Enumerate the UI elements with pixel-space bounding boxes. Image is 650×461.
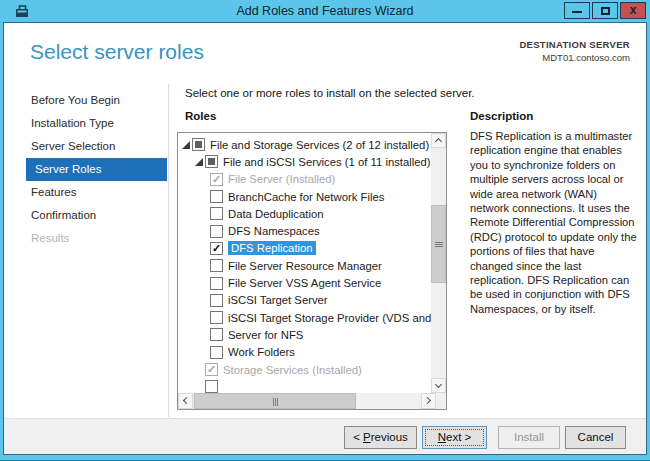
- tree-item-label: File Server Resource Manager: [228, 260, 382, 272]
- next-button-text: ext >: [446, 431, 471, 443]
- description-text: DFS Replication is a multimaster replica…: [470, 129, 638, 316]
- wizard-window: Add Roles and Features Wizard x Select s…: [0, 0, 650, 461]
- checkbox-indeterminate-icon[interactable]: [192, 138, 205, 151]
- next-accesskey: N: [438, 431, 446, 443]
- tree-item-data-deduplication[interactable]: Data Deduplication: [178, 205, 431, 222]
- tree-item-label: iSCSI Target Storage Provider (VDS and V…: [228, 312, 431, 324]
- previous-accesskey: P: [363, 431, 371, 443]
- roles-tree: File and Storage Services (2 of 12 insta…: [178, 133, 431, 393]
- chevron-down-icon: [435, 381, 442, 388]
- tree-item-label: Data Deduplication: [228, 208, 323, 220]
- tree-item-label: Work Folders: [228, 346, 295, 358]
- checkbox-unchecked-icon[interactable]: [210, 346, 223, 359]
- install-button-text: Install: [514, 431, 544, 443]
- previous-button[interactable]: < Previous: [344, 426, 417, 449]
- window-controls: x: [564, 2, 646, 19]
- tree-item-work-folders[interactable]: Work Folders: [178, 344, 431, 361]
- nav-item-features[interactable]: Features: [4, 181, 172, 204]
- checkbox-checked-icon[interactable]: [210, 173, 223, 186]
- expand-arrow-icon[interactable]: [182, 141, 190, 149]
- tree-item-label: DFS Replication: [228, 241, 316, 255]
- wizard-steps-nav: Before You Begin Installation Type Serve…: [4, 89, 172, 250]
- nav-item-results: Results: [4, 227, 172, 250]
- chevron-right-icon: [424, 397, 431, 404]
- tree-item-label: iSCSI Target Server: [228, 294, 328, 306]
- scroll-left-button[interactable]: [178, 393, 193, 409]
- tree-item-file-server[interactable]: File Server (Installed): [178, 171, 431, 188]
- tree-item-dfs-namespaces[interactable]: DFS Namespaces: [178, 222, 431, 239]
- checkbox-unchecked-icon[interactable]: [210, 259, 223, 272]
- next-button[interactable]: Next >: [422, 426, 487, 449]
- scroll-thumb-grip: [435, 242, 443, 243]
- close-icon: x: [621, 3, 645, 18]
- tree-item-dfs-replication[interactable]: DFS Replication: [178, 240, 431, 257]
- nav-item-server-selection[interactable]: Server Selection: [4, 135, 172, 158]
- nav-item-server-roles[interactable]: Server Roles: [26, 158, 167, 181]
- maximize-icon: [601, 7, 610, 15]
- page-title: Select server roles: [30, 40, 204, 64]
- vertical-scroll-thumb[interactable]: [431, 205, 446, 283]
- checkbox-unchecked-icon: [205, 380, 218, 393]
- tree-item-branchcache[interactable]: BranchCache for Network Files: [178, 188, 431, 205]
- checkbox-unchecked-icon[interactable]: [210, 328, 223, 341]
- checkbox-unchecked-icon[interactable]: [210, 294, 223, 307]
- tree-item-file-and-iscsi-services[interactable]: File and iSCSI Services (1 of 11 install…: [178, 153, 431, 170]
- vertical-scrollbar[interactable]: [431, 133, 446, 393]
- tree-item-label: Storage Services (Installed): [223, 364, 362, 376]
- tree-item-server-for-nfs[interactable]: Server for NFS: [178, 326, 431, 343]
- minimize-button[interactable]: [564, 2, 590, 19]
- tree-item-label: File Server (Installed): [228, 173, 335, 185]
- tree-item-label: File Server VSS Agent Service: [228, 277, 381, 289]
- tree-item-file-server-resource-manager[interactable]: File Server Resource Manager: [178, 257, 431, 274]
- close-button[interactable]: x: [620, 2, 646, 19]
- horizontal-scrollbar[interactable]: [178, 393, 436, 409]
- tree-item-iscsi-target-server[interactable]: iSCSI Target Server: [178, 292, 431, 309]
- window-title: Add Roles and Features Wizard: [0, 0, 650, 22]
- instruction-text: Select one or more roles to install on t…: [185, 87, 475, 99]
- scroll-right-button[interactable]: [421, 393, 436, 409]
- nav-item-confirmation[interactable]: Confirmation: [4, 204, 172, 227]
- tree-item-label: Server for NFS: [228, 329, 303, 341]
- wizard-body: Select server roles DESTINATION SERVER M…: [3, 22, 647, 455]
- chevron-left-icon: [183, 397, 190, 404]
- checkbox-checked-icon[interactable]: [205, 363, 218, 376]
- tree-item-label: File and Storage Services (2 of 12 insta…: [210, 139, 429, 151]
- destination-server-label: DESTINATION SERVER: [519, 39, 630, 50]
- description-heading: Description: [470, 110, 533, 122]
- title-bar[interactable]: Add Roles and Features Wizard x: [0, 0, 650, 22]
- checkbox-unchecked-icon[interactable]: [210, 277, 223, 290]
- chevron-up-icon: [435, 138, 442, 145]
- scroll-up-button[interactable]: [431, 133, 446, 148]
- checkbox-unchecked-icon[interactable]: [210, 190, 223, 203]
- tree-item-file-and-storage-services[interactable]: File and Storage Services (2 of 12 insta…: [178, 136, 431, 153]
- nav-item-before-you-begin[interactable]: Before You Begin: [4, 89, 172, 112]
- destination-server-block: DESTINATION SERVER MDT01.contoso.com: [519, 39, 630, 63]
- tree-item-file-server-vss-agent[interactable]: File Server VSS Agent Service: [178, 274, 431, 291]
- cancel-button-text: Cancel: [578, 431, 614, 443]
- horizontal-scroll-thumb[interactable]: [194, 393, 356, 409]
- checkbox-checked-icon[interactable]: [210, 242, 223, 255]
- tree-item-label: BranchCache for Network Files: [228, 191, 384, 203]
- maximize-button[interactable]: [592, 2, 618, 19]
- minimize-icon: [572, 11, 582, 13]
- nav-item-installation-type[interactable]: Installation Type: [4, 112, 172, 135]
- scroll-thumb-grip: [273, 398, 274, 406]
- destination-server-value: MDT01.contoso.com: [519, 52, 630, 63]
- sidebar-divider: [168, 84, 169, 417]
- tree-item-iscsi-target-storage-provider[interactable]: iSCSI Target Storage Provider (VDS and V…: [178, 309, 431, 326]
- roles-listbox[interactable]: File and Storage Services (2 of 12 insta…: [177, 132, 447, 410]
- footer-bar: < Previous Next > Install Cancel: [4, 418, 646, 454]
- install-button: Install: [498, 426, 560, 449]
- cancel-button[interactable]: Cancel: [565, 426, 626, 449]
- checkbox-unchecked-icon[interactable]: [210, 225, 223, 238]
- tree-item-storage-services[interactable]: Storage Services (Installed): [178, 361, 431, 378]
- scrollbar-corner: [436, 393, 446, 409]
- checkbox-indeterminate-icon[interactable]: [205, 155, 218, 168]
- tree-item-label: DFS Namespaces: [228, 225, 320, 237]
- scroll-down-button[interactable]: [431, 378, 446, 393]
- checkbox-unchecked-icon[interactable]: [210, 207, 223, 220]
- expand-arrow-icon[interactable]: [195, 158, 203, 166]
- tree-item-label: File and iSCSI Services (1 of 11 install…: [223, 156, 431, 168]
- checkbox-unchecked-icon[interactable]: [210, 311, 223, 324]
- roles-label: Roles: [185, 110, 216, 122]
